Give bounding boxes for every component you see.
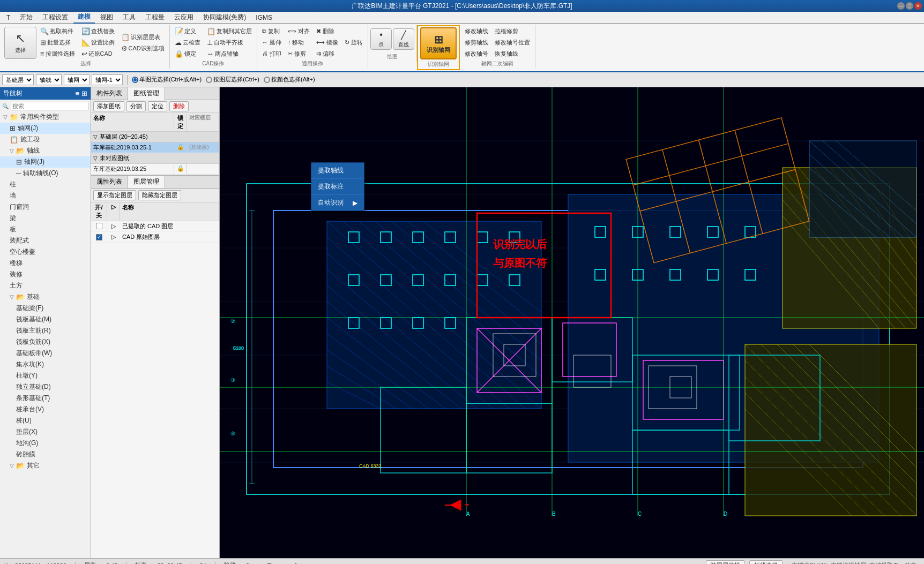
type-select[interactable]: 轴线 <box>36 74 62 85</box>
floor-select[interactable]: 基础层 <box>2 74 34 85</box>
minimize-button[interactable]: — <box>897 2 905 10</box>
modify-num-pos-btn[interactable]: 修改轴号位置 <box>492 37 533 48</box>
tree-raft-main[interactable]: 筏板主筋(R) <box>0 325 91 336</box>
tab-attr-list[interactable]: 属性列表 <box>91 176 128 188</box>
extend-btn[interactable]: ↔ 延伸 <box>259 37 284 48</box>
trim-btn[interactable]: ✂ 修剪 <box>285 49 312 59</box>
menu-build[interactable]: 建模 <box>73 11 95 24</box>
delete-btn[interactable]: ✖ 删除 <box>314 26 341 36</box>
menu-start[interactable]: 开始 <box>16 12 37 23</box>
extract-axis-btn[interactable]: 提取轴线 <box>311 163 364 179</box>
single-element-radio[interactable]: 单图元选择(Ctrl+或Alt+) <box>132 76 202 84</box>
grid-sub-select[interactable]: 轴网-1 <box>92 74 123 85</box>
find-replace-btn[interactable]: 🔄查找替换 <box>79 26 117 36</box>
tree-wall[interactable]: 墙 <box>0 190 91 201</box>
menu-quantities[interactable]: 工程量 <box>141 12 169 23</box>
polyline-select-btn[interactable]: 折线选择 <box>749 560 783 564</box>
print-btn[interactable]: 🖨 打印 <box>259 49 284 59</box>
layer-select-radio[interactable]: 按图层选择(Ctrl+) <box>206 76 259 84</box>
lock-btn[interactable]: 🔒锁定 <box>172 49 203 59</box>
tree-raft-neg[interactable]: 筏板负筋(X) <box>0 336 91 348</box>
tree-common-group[interactable]: 📁 常用构件类型 <box>0 111 91 123</box>
tree-foundation-group[interactable]: 📂 基础 <box>0 291 91 303</box>
tree-finish[interactable]: 装修 <box>0 269 91 280</box>
tree-found-beam[interactable]: 基础梁(F) <box>0 303 91 314</box>
tree-col-base[interactable]: 柱墩(Y) <box>0 370 91 381</box>
line-btn[interactable]: ╱ 直线 <box>393 28 414 50</box>
auto-align-btn[interactable]: ⊥自动平齐板 <box>204 37 255 48</box>
canvas-area[interactable]: → <box>220 87 924 558</box>
align-btn[interactable]: ⟺ 对齐 <box>285 26 312 36</box>
tree-hollow[interactable]: 空心楼盖 <box>0 246 91 258</box>
tree-cushion[interactable]: 垫层(X) <box>0 426 91 438</box>
show-layer-btn[interactable]: 显示指定图层 <box>93 190 136 200</box>
set-scale-btn[interactable]: 📐设置比例 <box>79 37 117 48</box>
select-big-btn[interactable]: ↖ 选择 <box>4 27 36 59</box>
nav-search[interactable]: 🔍 <box>0 101 91 111</box>
menu-settings[interactable]: 工程设置 <box>38 12 72 23</box>
hide-layer-btn[interactable]: 隐藏指定图层 <box>138 190 181 200</box>
tree-brick[interactable]: 砖胎膜 <box>0 449 91 460</box>
tree-trench[interactable]: 地沟(G) <box>0 438 91 449</box>
locate-btn[interactable]: 定位 <box>148 101 167 111</box>
menu-igms[interactable]: IGMS <box>251 13 277 22</box>
tree-construction-stage[interactable]: 📋 施工段 <box>0 134 91 145</box>
attr-select-btn[interactable]: ≡按属性选择 <box>38 49 78 59</box>
tree-prefab[interactable]: 装配式 <box>0 235 91 246</box>
tree-raft-belt[interactable]: 基础板带(W) <box>0 348 91 359</box>
move-btn[interactable]: ↑ 移动 <box>285 37 312 48</box>
menu-collab[interactable]: 协同建模(免费) <box>199 12 250 23</box>
offset-btn[interactable]: ⇉ 偏移 <box>314 49 341 59</box>
two-point-btn[interactable]: ↔两点辅轴 <box>204 49 255 59</box>
menu-cloud[interactable]: 云应用 <box>170 12 198 23</box>
tree-sump[interactable]: 集水坑(K) <box>0 359 91 370</box>
restore-axis-btn[interactable]: 恢复轴线 <box>492 49 533 59</box>
identify-layer-btn[interactable]: 📋识别层层表 <box>118 32 167 42</box>
split-btn[interactable]: 分割 <box>126 101 146 111</box>
restore-cad-btn[interactable]: ↩还原CAD <box>79 49 117 59</box>
grab-component-btn[interactable]: 🔍抱取构件 <box>38 26 78 36</box>
menu-T[interactable]: T <box>2 13 14 22</box>
cross-layer-btn[interactable]: 跨图层选择 <box>706 560 745 564</box>
tree-isolated[interactable]: 独立基础(D) <box>0 381 91 393</box>
define-btn[interactable]: 📝定义 <box>172 26 203 36</box>
frame-trim-btn[interactable]: 拉框修剪 <box>492 26 533 36</box>
rotate-btn[interactable]: ↻ 旋转 <box>342 37 366 48</box>
tree-column[interactable]: 柱 <box>0 179 91 190</box>
modify-axis-btn[interactable]: 修改轴线 <box>462 26 491 36</box>
tree-stair[interactable]: 楼梯 <box>0 258 91 269</box>
tree-aux-axis[interactable]: ─ 辅助轴线(O) <box>0 168 91 179</box>
tree-pile-cap[interactable]: 桩承台(V) <box>0 404 91 415</box>
menu-tools[interactable]: 工具 <box>118 12 140 23</box>
close-button[interactable]: ✕ <box>914 2 922 10</box>
tree-raft[interactable]: 筏板基础(M) <box>0 314 91 325</box>
mirror-btn[interactable]: ⟷ 镜像 <box>314 37 341 48</box>
extract-annotation-btn[interactable]: 提取标注 <box>311 179 364 195</box>
tree-door-window[interactable]: 门窗洞 <box>0 201 91 213</box>
tree-axis-group[interactable]: 📂 轴线 <box>0 145 91 156</box>
cad-options-btn[interactable]: ⚙CAD识别选项 <box>118 43 167 54</box>
nav-search-input[interactable] <box>11 102 88 110</box>
layer-row-original[interactable]: ✓ ▷ CAD 原始图层 <box>91 232 219 243</box>
maximize-button[interactable]: □ <box>906 2 913 10</box>
point-btn[interactable]: • 点 <box>370 28 392 50</box>
tree-slab[interactable]: 板 <box>0 224 91 235</box>
drawing-row-2[interactable]: 车库基础2019.03.25 🔒 <box>91 164 219 175</box>
tab-drawing-mgmt[interactable]: 图纸管理 <box>128 87 165 100</box>
tree-others-group[interactable]: 📂 其它 <box>0 460 91 471</box>
delete-drawing-btn[interactable]: 删除 <box>169 101 189 111</box>
color-select-radio[interactable]: 按颜色选择(Alt+) <box>264 76 315 84</box>
tree-grid-j[interactable]: ⊞ 轴网(J) <box>0 123 91 134</box>
nav-tree-expand-btn[interactable]: ⊞ <box>81 89 87 97</box>
copy-layer-btn[interactable]: 📋复制到其它层 <box>204 26 255 36</box>
trim-axis-btn[interactable]: 修剪轴线 <box>462 37 491 48</box>
cloud-check-btn[interactable]: ☁云检查 <box>172 37 203 48</box>
grid-select[interactable]: 轴网 <box>64 74 90 85</box>
modify-num-btn[interactable]: 修改轴号 <box>462 49 491 59</box>
tree-beam[interactable]: 梁 <box>0 213 91 224</box>
tab-layer-mgmt[interactable]: 图层管理 <box>128 176 165 188</box>
tree-strip[interactable]: 条形基础(T) <box>0 393 91 404</box>
tree-pile[interactable]: 桩(U) <box>0 415 91 426</box>
drawing-group-foundation[interactable]: 基础层 (20~20.45) <box>91 132 219 142</box>
layer-row-extracted[interactable]: ▷ 已提取的 CAD 图层 <box>91 221 219 232</box>
